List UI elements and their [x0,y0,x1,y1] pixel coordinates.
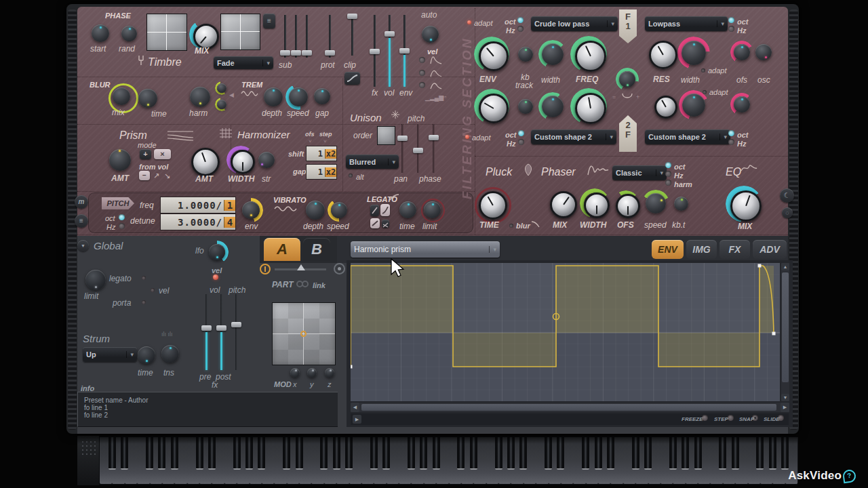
timbre-menu-button[interactable]: ≡ [263,14,275,28]
f2r-hz-radio[interactable] [728,139,734,145]
slider-handle[interactable] [291,50,301,56]
scroll-down-arrow[interactable]: ▼ [781,394,789,401]
part-right-button[interactable] [334,263,345,274]
harmonizer-width-knob[interactable] [231,150,255,174]
strum-mode-dropdown[interactable]: Up▾ [83,347,137,362]
gap-step-value[interactable]: x2 [325,167,336,177]
mod-x-knob[interactable] [290,368,300,378]
harmonizer-gap-value[interactable]: 1 x2 [306,164,337,180]
f2r-ofs-knob[interactable] [734,96,750,113]
f2-env-knob[interactable] [479,94,509,123]
envelope-canvas[interactable] [351,263,780,401]
phaser-harm-radio[interactable] [665,180,671,186]
pluck-time-knob[interactable] [479,191,507,220]
prot-slider[interactable] [329,15,331,58]
vel-env-radio-3[interactable] [419,82,425,88]
f1-hz-radio[interactable] [517,26,524,32]
timbre-pad-b[interactable] [220,14,260,50]
sub-slider-1[interactable] [284,15,286,58]
unison-alt-led[interactable] [349,174,353,178]
blur-mix-knob[interactable] [113,87,130,105]
detune-number[interactable]: 3.0000/ [161,217,224,228]
global-porta-led[interactable] [142,300,146,304]
global-fx-slider[interactable] [235,294,237,370]
f2r-res-knob[interactable] [654,96,677,119]
slider-handle[interactable] [325,50,335,56]
f2-kbtrack-knob[interactable] [518,99,533,114]
global-limit-knob[interactable] [85,270,106,290]
tab-fx[interactable]: FX [719,240,750,259]
shift-step-value[interactable]: x2 [325,149,336,159]
unison-pan-slider[interactable] [401,124,403,173]
hscroll-thumb[interactable] [361,404,776,411]
legato-mode-button-1[interactable] [370,205,379,216]
f1-freq-knob[interactable] [575,41,606,72]
slider-handle[interactable] [280,50,290,56]
blur-up-knob[interactable] [217,83,226,93]
f2-adapt-led[interactable] [465,135,469,139]
vibrato-speed-knob[interactable] [331,202,347,218]
part-b-tab[interactable]: B [303,238,330,261]
f1-adapt-led[interactable] [467,20,471,24]
part-power-toggle[interactable] [260,264,271,274]
tab-img[interactable]: IMG [686,240,717,259]
scroll-right-arrow[interactable]: ▶ [781,403,789,412]
pitch-freq-value[interactable]: 1.0000/ 1 [160,197,236,214]
slider-handle[interactable] [397,136,408,141]
f1r-ofs-knob[interactable] [734,44,750,60]
slider-handle[interactable] [370,49,380,54]
f2-freq-knob[interactable] [575,93,606,124]
unison-pitch-slider[interactable] [417,124,419,173]
part-mod-pad[interactable] [272,302,336,365]
legato-time-knob[interactable] [399,201,416,218]
part-a-tab[interactable]: A [264,238,300,261]
slider-handle[interactable] [399,48,410,54]
legato-limit-knob[interactable] [424,201,441,218]
strum-time-knob[interactable] [138,346,155,364]
slider-handle[interactable] [201,325,212,331]
phaser-width-knob[interactable] [584,192,610,218]
f1r-shape-dropdown[interactable]: Lowpass▾ [645,16,728,31]
f1-env-knob[interactable] [479,41,509,71]
f2r-shape-dropdown[interactable]: Custom shape 2▾ [645,129,730,144]
pitch-oct-radio[interactable] [119,214,125,220]
prism-mode-mul-button[interactable]: × [154,149,171,159]
f2r-width-knob[interactable] [682,94,705,117]
f2r-adapt-led[interactable] [703,90,707,94]
phaser-mix-knob[interactable] [550,191,577,218]
slider-handle[interactable] [429,135,439,140]
prism-amt-knob[interactable] [109,149,131,171]
piano-keyboard[interactable] [77,436,797,485]
prism-fromvol-minus-button[interactable]: − [139,171,150,180]
part-crossfade-handle[interactable] [297,264,305,270]
target-preset-dropdown[interactable]: Harmonic prism▾ [351,241,500,258]
slider-handle[interactable] [413,148,423,153]
harmonizer-str-knob[interactable] [258,152,275,168]
browser-dot-button[interactable]: ◌ [782,207,793,218]
freq-number[interactable]: 1.0000/ [161,200,224,211]
clip-curve-button[interactable] [344,72,360,85]
clip-slider[interactable] [351,14,353,56]
f2-width-knob[interactable] [542,96,564,117]
unison-mode-dropdown[interactable]: Blurred▾ [346,155,399,169]
harmonizer-amt-knob[interactable] [191,148,220,176]
trem-speed-knob[interactable] [289,87,308,106]
matrix-button[interactable]: m [75,195,88,209]
slider-handle[interactable] [302,50,312,56]
f1-shape-dropdown[interactable]: Crude low pass▾ [531,16,618,31]
vel-env-radio-1[interactable] [419,57,425,63]
mod-pad-marker[interactable] [300,331,307,337]
auto-knob[interactable] [422,26,439,43]
global-collapse-button[interactable]: ▼ [77,240,89,251]
f1-kbtrack-knob[interactable] [518,47,533,62]
global-pitch-slider[interactable] [220,294,222,370]
envelope-play-button[interactable]: ▶ [353,415,361,424]
step-radio[interactable] [728,415,734,421]
vel-env-radio-2[interactable] [419,70,425,76]
scroll-up-arrow[interactable]: ▲ [781,263,789,270]
fx-level-slider[interactable] [374,15,376,87]
eq-mix-knob[interactable] [730,190,762,222]
prism-mode-add-button[interactable]: + [140,149,151,159]
phaser-kbt-knob[interactable] [674,197,688,211]
tab-env[interactable]: ENV [652,240,684,259]
